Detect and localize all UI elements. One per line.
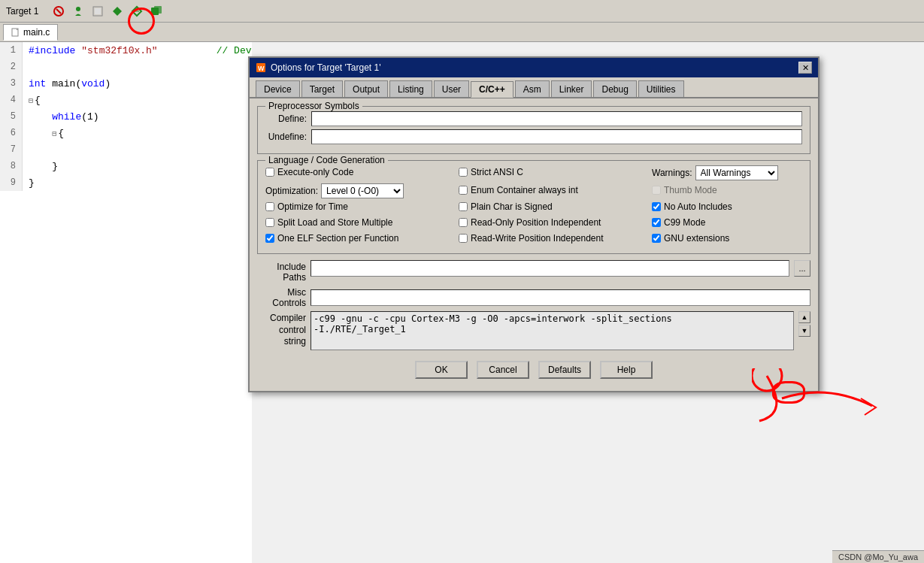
undefine-input[interactable]: [311, 129, 802, 144]
line-num-8: 8: [0, 158, 23, 174]
include-browse-button[interactable]: ...: [794, 260, 810, 277]
split-load-checkbox[interactable]: [265, 218, 274, 227]
optimize-time-checkbox[interactable]: [265, 202, 274, 211]
optimization-select[interactable]: Level 0 (-O0) Level 1 (-O1) Level 2 (-O2…: [321, 183, 404, 198]
plain-char-checkbox[interactable]: [459, 202, 468, 211]
dialog-close-button[interactable]: ✕: [798, 62, 812, 74]
svg-text:W: W: [258, 65, 265, 72]
line-num-7: 7: [0, 141, 23, 158]
optimize-time-row: Optimize for Time: [265, 201, 459, 212]
include-paths-input[interactable]: [311, 260, 789, 277]
toolbar-icon-2[interactable]: [70, 3, 86, 20]
define-input[interactable]: [311, 111, 802, 126]
line-num-5: 5: [0, 108, 23, 125]
no-auto-includes-row: No Auto Includes: [652, 201, 802, 212]
toolbar-icon-1[interactable]: [50, 3, 67, 20]
compiler-scroll-buttons: ▲ ▼: [798, 311, 810, 337]
line-content-6: ⊟{: [23, 128, 64, 139]
svg-rect-9: [154, 6, 162, 14]
options-dialog[interactable]: W Options for Target 'Target 1' ✕ Device…: [248, 56, 819, 392]
split-load-label: Split Load and Store Multiple: [277, 217, 392, 228]
misc-controls-row: MiscControls: [257, 287, 810, 308]
line-num-1: 1: [0, 42, 23, 59]
no-auto-includes-checkbox[interactable]: [652, 202, 661, 211]
line-num-6: 6: [0, 125, 23, 141]
svg-point-2: [76, 7, 80, 11]
tab-listing[interactable]: Listing: [389, 80, 432, 97]
define-row: Define:: [265, 111, 802, 126]
c99-mode-row: C99 Mode: [652, 217, 802, 228]
tab-linker[interactable]: Linker: [551, 80, 592, 97]
define-label: Define:: [265, 114, 307, 124]
plain-char-row: Plain Char is Signed: [459, 201, 652, 212]
toolbar-icon-4[interactable]: [109, 3, 126, 20]
warnings-select[interactable]: All Warnings No Warnings: [695, 165, 778, 180]
ok-button[interactable]: OK: [415, 361, 468, 379]
line-content-4: ⊟{: [23, 95, 41, 106]
include-paths-row: IncludePaths ...: [257, 260, 810, 283]
enum-container-label: Enum Container always int: [471, 185, 578, 195]
enum-container-checkbox[interactable]: [459, 186, 468, 195]
tab-asm[interactable]: Asm: [515, 80, 550, 97]
language-title: Language / Code Generation: [265, 155, 388, 165]
read-write-pos-label: Read-Write Position Independent: [471, 233, 604, 244]
dialog-body: Preprocessor Symbols Define: Undefine: L…: [250, 98, 818, 391]
gnu-extensions-row: GNU extensions: [652, 233, 802, 244]
status-bar: CSDN @Mo_Yu_awa: [832, 550, 924, 563]
tab-user[interactable]: User: [434, 80, 469, 97]
tab-target[interactable]: Target: [301, 80, 343, 97]
dialog-title: W Options for Target 'Target 1': [256, 62, 380, 73]
read-only-pos-row: Read-Only Position Independent: [459, 217, 652, 228]
gnu-extensions-checkbox[interactable]: [652, 234, 661, 243]
execute-only-checkbox[interactable]: [265, 168, 274, 177]
no-auto-includes-label: No Auto Includes: [664, 201, 732, 212]
include-paths-label: IncludePaths: [257, 260, 306, 283]
read-only-pos-label: Read-Only Position Independent: [471, 217, 601, 228]
svg-rect-4: [95, 8, 101, 14]
dialog-icon: W: [256, 62, 266, 73]
tab-label: main.c: [23, 27, 50, 38]
defaults-button[interactable]: Defaults: [538, 361, 591, 379]
scroll-down-button[interactable]: ▼: [798, 325, 810, 337]
tab-bar: main.c: [0, 23, 924, 42]
code-line-8: 8 }: [0, 158, 252, 174]
strict-ansi-label: Strict ANSI C: [471, 167, 523, 177]
read-only-pos-checkbox[interactable]: [459, 218, 468, 227]
read-write-pos-row: Read-Write Position Independent: [459, 233, 652, 244]
tab-cpp[interactable]: C/C++: [471, 81, 514, 98]
cancel-button[interactable]: Cancel: [477, 361, 529, 379]
optimize-time-label: Optimize for Time: [277, 201, 348, 212]
thumb-mode-label: Thumb Mode: [664, 185, 717, 195]
title-bar-text: Target 1: [6, 6, 38, 17]
line-content-9: }: [23, 177, 35, 189]
tab-output[interactable]: Output: [344, 80, 388, 97]
help-button[interactable]: Help: [600, 361, 653, 379]
toolbar-icon-5[interactable]: [129, 3, 145, 20]
misc-controls-input[interactable]: [311, 289, 810, 306]
c99-mode-label: C99 Mode: [664, 217, 705, 228]
strict-ansi-checkbox[interactable]: [459, 168, 468, 177]
c99-mode-checkbox[interactable]: [652, 218, 661, 227]
code-line-7: 7: [0, 141, 252, 158]
one-elf-checkbox[interactable]: [265, 234, 274, 243]
plain-char-label: Plain Char is Signed: [471, 201, 553, 212]
tab-debug[interactable]: Debug: [593, 80, 636, 97]
tab-device[interactable]: Device: [256, 80, 300, 97]
scroll-up-button[interactable]: ▲: [798, 311, 810, 323]
svg-marker-5: [113, 7, 122, 16]
enum-container-row: Enum Container always int: [459, 185, 652, 195]
line-content-1: #include "stm32f10x.h" // Device header: [23, 45, 252, 56]
tab-main-c[interactable]: main.c: [3, 24, 58, 41]
thumb-mode-checkbox[interactable]: [652, 186, 661, 195]
execute-only-label: Execute-only Code: [277, 167, 353, 177]
language-group: Language / Code Generation Execute-only …: [257, 160, 810, 254]
tab-utilities[interactable]: Utilities: [638, 80, 684, 97]
toolbar-icon-3[interactable]: [89, 3, 106, 20]
dialog-titlebar: W Options for Target 'Target 1' ✕: [250, 58, 818, 77]
compiler-control-textarea: -c99 -gnu -c -cpu Cortex-M3 -g -O0 -apcs…: [311, 311, 794, 350]
toolbar-icon-6[interactable]: [148, 3, 165, 20]
code-line-4: 4 ⊟{: [0, 92, 252, 108]
code-line-1: 1 #include "stm32f10x.h" // Device heade…: [0, 42, 252, 59]
undefine-label: Undefine:: [265, 132, 307, 142]
read-write-pos-checkbox[interactable]: [459, 234, 468, 243]
